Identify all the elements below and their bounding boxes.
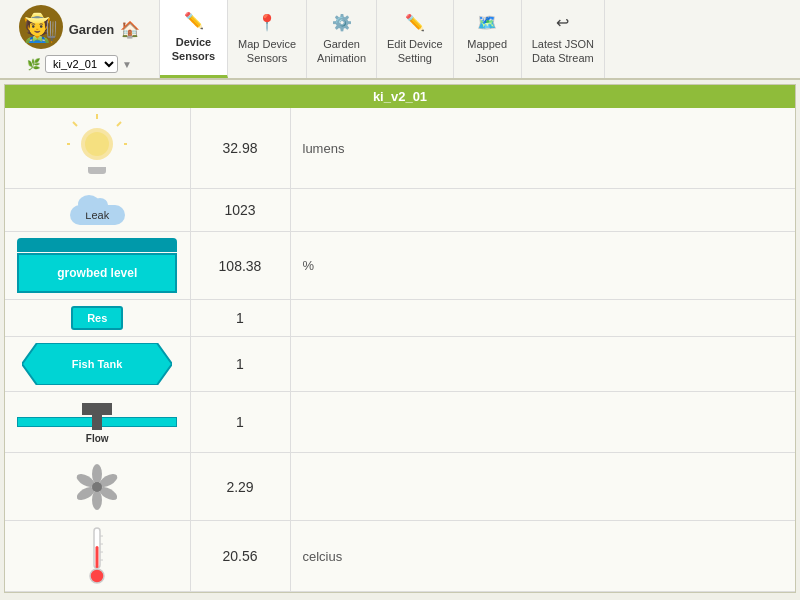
table-row: Flow 1: [5, 392, 795, 453]
sensor-value-fan: 2.29: [190, 453, 290, 521]
sensor-unit-fishtank: [290, 337, 795, 392]
mapped-json-icon: 🗺️: [477, 13, 497, 34]
sensor-visual-growbed: growbed level: [5, 232, 190, 300]
growbed-value: 108.38: [219, 258, 262, 274]
map-device-sensors-icon: 📍: [257, 13, 277, 34]
sensor-visual-light: [5, 108, 190, 189]
table-row: Leak 1023: [5, 189, 795, 232]
tab-device-sensors[interactable]: ✏️ DeviceSensors: [160, 0, 228, 78]
growbed-unit: %: [303, 258, 315, 273]
sensor-visual-res: Res: [5, 300, 190, 337]
light-unit: lumens: [303, 141, 345, 156]
sensor-unit-res: [290, 300, 795, 337]
edit-device-icon: ✏️: [405, 13, 425, 34]
green-bar: ki_v2_01: [5, 85, 795, 108]
leaf-icon: 🌿: [27, 58, 41, 71]
res-value: 1: [236, 310, 244, 326]
sensor-unit-leak: [290, 189, 795, 232]
sensor-visual-leak: Leak: [5, 189, 190, 232]
table-row: growbed level 108.38 %: [5, 232, 795, 300]
res-visual: Res: [71, 306, 123, 330]
leak-cloud: Leak: [70, 205, 125, 225]
nav-tabs: ✏️ DeviceSensors 📍 Map DeviceSensors ⚙️ …: [160, 0, 800, 78]
tab-edit-device-setting-label: Edit DeviceSetting: [387, 37, 443, 66]
header: 🧑‍🌾 Garden 🏠 🌿 ki_v2_01 ▼ ✏️ DeviceSenso…: [0, 0, 800, 80]
device-selector[interactable]: 🌿 ki_v2_01 ▼: [27, 55, 132, 73]
svg-text:Fish Tank: Fish Tank: [72, 358, 123, 370]
content-area: ki_v2_01: [4, 84, 796, 593]
fan-svg: [72, 462, 122, 512]
svg-line-1: [117, 122, 121, 126]
table-row: Res 1: [5, 300, 795, 337]
growbed-visual: growbed level: [17, 238, 177, 293]
fishtank-svg: Fish Tank: [22, 343, 172, 385]
flow-valve-stem: [92, 412, 102, 430]
flow-visual: Flow: [17, 398, 177, 446]
growbed-label: growbed level: [57, 266, 137, 280]
fan-visual: [11, 459, 184, 514]
svg-point-16: [92, 482, 102, 492]
tab-map-device-sensors[interactable]: 📍 Map DeviceSensors: [228, 0, 307, 78]
sensor-unit-growbed: %: [290, 232, 795, 300]
svg-rect-18: [96, 546, 99, 568]
svg-point-19: [90, 569, 104, 583]
tab-garden-animation[interactable]: ⚙️ GardenAnimation: [307, 0, 377, 78]
res-label: Res: [87, 312, 107, 324]
table-row: Fish Tank 1: [5, 337, 795, 392]
sensor-visual-flow: Flow: [5, 392, 190, 453]
table-row: 32.98 lumens: [5, 108, 795, 189]
leak-value: 1023: [224, 202, 255, 218]
temperature-unit: celcius: [303, 549, 343, 564]
sensor-visual-fan: [5, 453, 190, 521]
sensor-visual-temperature: [5, 521, 190, 592]
tab-garden-animation-label: GardenAnimation: [317, 37, 366, 66]
sensor-value-flow: 1: [190, 392, 290, 453]
home-icon[interactable]: 🏠: [120, 20, 140, 39]
garden-animation-icon: ⚙️: [332, 13, 352, 34]
table-row: 2.29: [5, 453, 795, 521]
header-left: 🧑‍🌾 Garden 🏠 🌿 ki_v2_01 ▼: [0, 0, 160, 78]
fishtank-visual: Fish Tank: [22, 343, 172, 385]
sensor-value-leak: 1023: [190, 189, 290, 232]
sensor-value-temperature: 20.56: [190, 521, 290, 592]
sensor-value-res: 1: [190, 300, 290, 337]
fan-value: 2.29: [226, 479, 253, 495]
dropdown-arrow-icon: ▼: [122, 59, 132, 70]
flow-value: 1: [236, 414, 244, 430]
fishtank-value: 1: [236, 356, 244, 372]
svg-point-6: [85, 132, 109, 156]
thermometer-svg: [85, 526, 109, 586]
sensor-unit-flow: [290, 392, 795, 453]
sensor-table: 32.98 lumens Leak: [5, 108, 795, 592]
tab-mapped-json-label: MappedJson: [467, 37, 507, 66]
sensor-value-fishtank: 1: [190, 337, 290, 392]
device-dropdown[interactable]: ki_v2_01: [45, 55, 118, 73]
leak-label: Leak: [85, 209, 109, 221]
sensor-unit-light: lumens: [290, 108, 795, 189]
table-row: 20.56 celcius: [5, 521, 795, 592]
growbed-top-wave: [17, 238, 177, 252]
latest-json-icon: ↩: [556, 13, 569, 34]
temp-visual: [11, 527, 184, 585]
sensor-unit-temperature: celcius: [290, 521, 795, 592]
sensor-value-growbed: 108.38: [190, 232, 290, 300]
garden-title: Garden: [69, 22, 115, 37]
tab-latest-json-data-stream[interactable]: ↩ Latest JSONData Stream: [522, 0, 605, 78]
tab-map-device-sensors-label: Map DeviceSensors: [238, 37, 296, 66]
green-bar-label: ki_v2_01: [373, 89, 427, 104]
tab-edit-device-setting[interactable]: ✏️ Edit DeviceSetting: [377, 0, 454, 78]
sensor-visual-fishtank: Fish Tank: [5, 337, 190, 392]
growbed-water: growbed level: [17, 253, 177, 293]
device-sensors-icon: ✏️: [184, 11, 204, 32]
sensor-unit-fan: [290, 453, 795, 521]
tab-mapped-json[interactable]: 🗺️ MappedJson: [454, 0, 522, 78]
avatar: 🧑‍🌾: [19, 5, 63, 49]
tab-device-sensors-label: DeviceSensors: [172, 35, 215, 64]
avatar-icon: 🧑‍🌾: [23, 11, 58, 44]
tab-latest-json-data-stream-label: Latest JSONData Stream: [532, 37, 594, 66]
bulb-base: [88, 167, 106, 174]
flow-label: Flow: [86, 433, 109, 444]
sensor-value-light: 32.98: [190, 108, 290, 189]
temperature-value: 20.56: [222, 548, 257, 564]
svg-line-3: [73, 122, 77, 126]
